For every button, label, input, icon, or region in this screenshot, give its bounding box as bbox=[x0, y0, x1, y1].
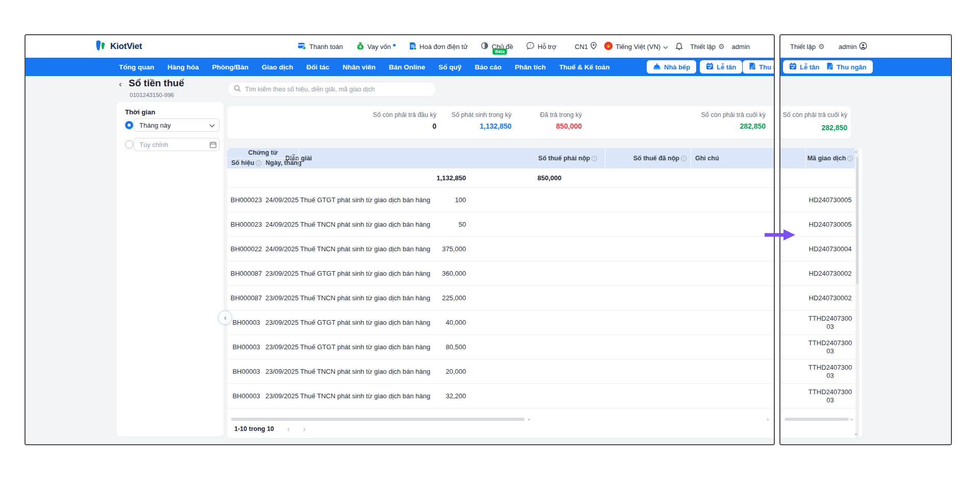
col-phai-nop[interactable]: Số thuế phải nộp bbox=[495, 148, 597, 169]
col-da-nop[interactable]: Số thuế đã nộp bbox=[584, 148, 687, 169]
summary-card-slice: Số còn phải trả cuối kỳ 282,850 bbox=[780, 106, 851, 139]
back-button[interactable]: ‹ bbox=[119, 79, 122, 89]
topbar-link-hoa-don[interactable]: Hoá đơn điện tử bbox=[409, 42, 468, 52]
thu-ngan-button[interactable]: Thu ngân bbox=[820, 60, 873, 74]
search-input[interactable] bbox=[245, 86, 430, 93]
table-row[interactable]: TTHD240730003 bbox=[780, 335, 855, 359]
custom-date-input[interactable] bbox=[134, 138, 219, 151]
page-prev-icon[interactable]: ‹ bbox=[287, 425, 290, 432]
header-divider bbox=[265, 158, 266, 169]
nav-item-tong-quan[interactable]: Tổng quan bbox=[112, 63, 161, 71]
scroll-right-icon[interactable]: ▸ bbox=[528, 417, 531, 422]
vietnam-flag-icon: ★ bbox=[604, 41, 613, 52]
table-row[interactable]: BH0000323/09/2025Thuế GTGT phát sinh từ … bbox=[227, 335, 775, 359]
brand[interactable]: KiotViet bbox=[94, 39, 142, 54]
table-row[interactable]: HD240730005 bbox=[780, 188, 855, 212]
table-row[interactable]: TTHD240730003 bbox=[780, 310, 855, 335]
scroll-down-icon[interactable]: ▾ bbox=[855, 432, 857, 437]
horizontal-scrollbar[interactable] bbox=[231, 418, 525, 421]
calendar-check-icon bbox=[706, 62, 714, 71]
table-row[interactable]: BH0000323/09/2025Thuế TNCN phát sinh từ … bbox=[227, 384, 775, 408]
col-ghi-chu[interactable]: Ghi chú bbox=[695, 148, 719, 169]
language-selector[interactable]: ★ Tiếng Việt (VN) bbox=[604, 41, 668, 52]
user-circle-icon bbox=[859, 42, 867, 52]
settings-link[interactable]: Thiết lập ⚙ bbox=[790, 42, 824, 51]
table-row[interactable]: BH0000323/09/2025Thuế GTGT phát sinh từ … bbox=[227, 310, 775, 335]
table-row[interactable]: BH00008723/09/2025Thuế GTGT phát sinh từ… bbox=[227, 261, 775, 286]
col-ma-giao-dich[interactable]: Mã giao dịch bbox=[805, 148, 855, 169]
scroll-up-icon[interactable]: ▴ bbox=[855, 150, 857, 154]
brand-wordmark: KiotViet bbox=[110, 41, 142, 52]
nav-item-giao-dich[interactable]: Giao dịch bbox=[255, 63, 300, 71]
scroll-right-icon[interactable]: ▸ bbox=[767, 417, 770, 422]
topbar-link-vay-von[interactable]: $ Vay vốn bbox=[356, 42, 396, 52]
nav-item-bao-cao[interactable]: Báo cáo bbox=[468, 63, 508, 71]
page-next-icon[interactable]: › bbox=[303, 425, 306, 432]
pagination: 1-10 trong 10 ‹ › bbox=[234, 425, 306, 432]
info-icon bbox=[847, 156, 853, 161]
table-row[interactable]: TTHD240730003 bbox=[780, 359, 855, 384]
settings-link[interactable]: Thiết lập ⚙ bbox=[690, 42, 724, 51]
metric-cuoi-ky: Số còn phải trả cuối kỳ 282,850 bbox=[658, 111, 766, 130]
loan-moneybag-icon: $ bbox=[356, 42, 364, 52]
support-bubble-icon: ! bbox=[526, 42, 534, 51]
topbar-link-ho-tro[interactable]: ! Hỗ trợ bbox=[526, 42, 556, 51]
horizontal-scrollbar[interactable] bbox=[785, 418, 849, 421]
user-menu[interactable]: admin bbox=[839, 42, 867, 52]
vertical-scrollbar-thumb[interactable] bbox=[856, 157, 859, 284]
content-area: Số còn phải trả cuối kỳ 282,850 Mã giao … bbox=[780, 76, 951, 444]
table-row[interactable]: BH00002324/09/2025Thuế GTGT phát sinh từ… bbox=[227, 188, 775, 212]
nav-item-phan-tich[interactable]: Phân tích bbox=[508, 63, 553, 71]
location-pin-icon bbox=[591, 42, 597, 51]
table-row[interactable]: TTHD240730003 bbox=[780, 384, 855, 408]
topbar-link-thanh-toan[interactable]: Thanh toán bbox=[298, 42, 343, 52]
main-window: KiotViet Thanh toán $ Vay vốn Hoá đơn đi… bbox=[24, 34, 775, 445]
table-row[interactable]: BH0000323/09/2025Thuế TNCN phát sinh từ … bbox=[227, 359, 775, 384]
user-menu[interactable]: admin bbox=[732, 43, 750, 51]
radio-tuy-chinh[interactable] bbox=[125, 140, 133, 149]
totals-row: 1,132,850 850,000 bbox=[227, 169, 775, 188]
thu-ngan-button[interactable]: Thu ngân bbox=[743, 60, 775, 74]
nav-item-hang-hoa[interactable]: Hàng hóa bbox=[161, 63, 206, 71]
table-row[interactable]: HD240730002 bbox=[780, 261, 855, 286]
beta-badge: Beta bbox=[493, 49, 507, 55]
nav-item-so-quy[interactable]: Sổ quỹ bbox=[432, 63, 468, 71]
table-row[interactable]: HD240730002 bbox=[780, 286, 855, 310]
info-icon bbox=[256, 160, 261, 166]
nav-item-ban-online[interactable]: Bán Online bbox=[382, 63, 432, 71]
nav-item-thue-ke-toan[interactable]: Thuế & Kế toán bbox=[552, 63, 616, 71]
radio-thang-nay[interactable] bbox=[125, 121, 133, 129]
scroll-right-icon[interactable]: ▸ bbox=[851, 417, 853, 422]
collapse-sidebar-button[interactable]: ‹ bbox=[218, 310, 232, 325]
nav-item-phong-ban[interactable]: Phòng/Bàn bbox=[206, 63, 255, 71]
metric-cuoi-ky-label: Số còn phải trả cuối kỳ bbox=[783, 111, 847, 118]
calendar-check-icon bbox=[789, 62, 797, 71]
header-divider bbox=[691, 148, 691, 169]
topbar-right-group: CN1 ★ Tiếng Việt (VN) Thiết lập ⚙ admin bbox=[575, 35, 750, 58]
nav-item-nhan-vien[interactable]: Nhân viên bbox=[336, 63, 382, 71]
nha-bep-button[interactable]: Nhà bếp bbox=[647, 60, 696, 74]
tax-table-card: Chứng từ Số hiệu Ngày, tháng Diễn giải S… bbox=[227, 148, 775, 438]
search-bar bbox=[227, 82, 436, 97]
col-so-hieu[interactable]: Số hiệu bbox=[227, 158, 265, 169]
document-pen-icon bbox=[826, 62, 834, 71]
search-icon bbox=[234, 85, 241, 94]
table-row[interactable]: BH00002324/09/2025Thuế TNCN phát sinh từ… bbox=[227, 212, 775, 237]
calendar-icon[interactable] bbox=[210, 141, 216, 150]
le-tan-button[interactable]: Lễ tân bbox=[700, 60, 742, 74]
notification-bell-icon[interactable] bbox=[675, 42, 683, 51]
main-nav: Tổng quan Hàng hóa Phòng/Bàn Giao dịch Đ… bbox=[26, 58, 774, 76]
month-select[interactable]: Tháng này bbox=[134, 118, 219, 132]
gear-icon: ⚙ bbox=[818, 42, 825, 51]
table-row[interactable]: BH00002224/09/2025Thuế TNCN phát sinh từ… bbox=[227, 237, 775, 261]
total-phai-nop: 1,132,850 bbox=[364, 169, 466, 188]
le-tan-button[interactable]: Lễ tân bbox=[783, 60, 825, 74]
pagination-count: 1-10 trong 10 bbox=[234, 425, 274, 432]
table-row[interactable]: BH00008723/09/2025Thuế TNCN phát sinh từ… bbox=[227, 286, 775, 310]
chevron-down-icon bbox=[209, 122, 215, 129]
topbar-utility-links: Thanh toán $ Vay vốn Hoá đơn điện tử Chủ… bbox=[298, 35, 556, 58]
kiotviet-logo-icon bbox=[94, 39, 107, 54]
header-divider bbox=[805, 148, 806, 169]
branch-selector[interactable]: CN1 bbox=[575, 42, 597, 51]
nav-item-doi-tac[interactable]: Đối tác bbox=[300, 63, 336, 71]
